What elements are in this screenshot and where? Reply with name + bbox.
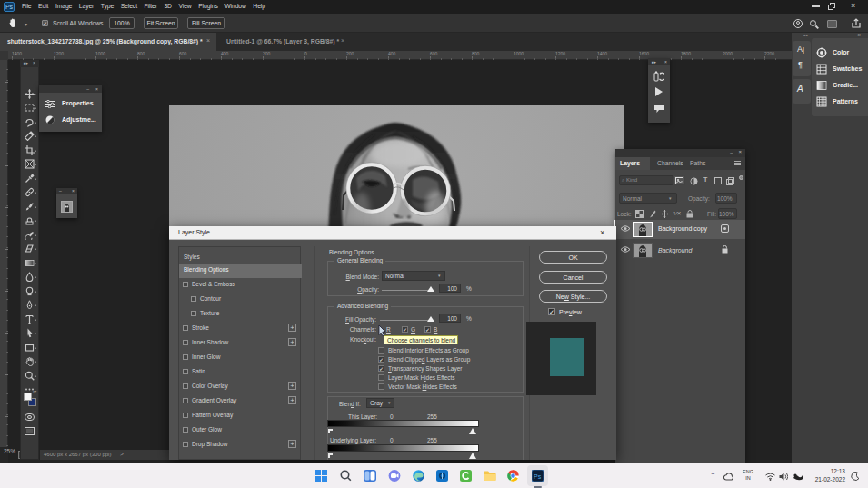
svg-text:Ps: Ps [534,473,542,480]
